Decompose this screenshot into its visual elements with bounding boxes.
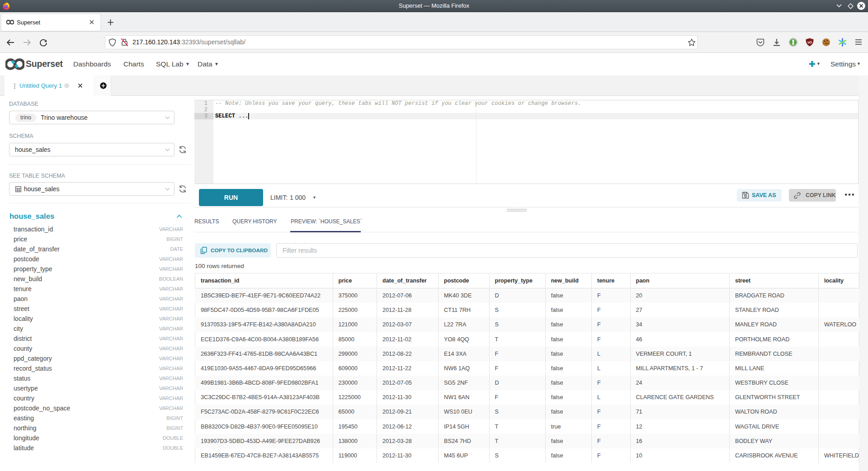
svg-text:uO: uO — [807, 41, 812, 44]
